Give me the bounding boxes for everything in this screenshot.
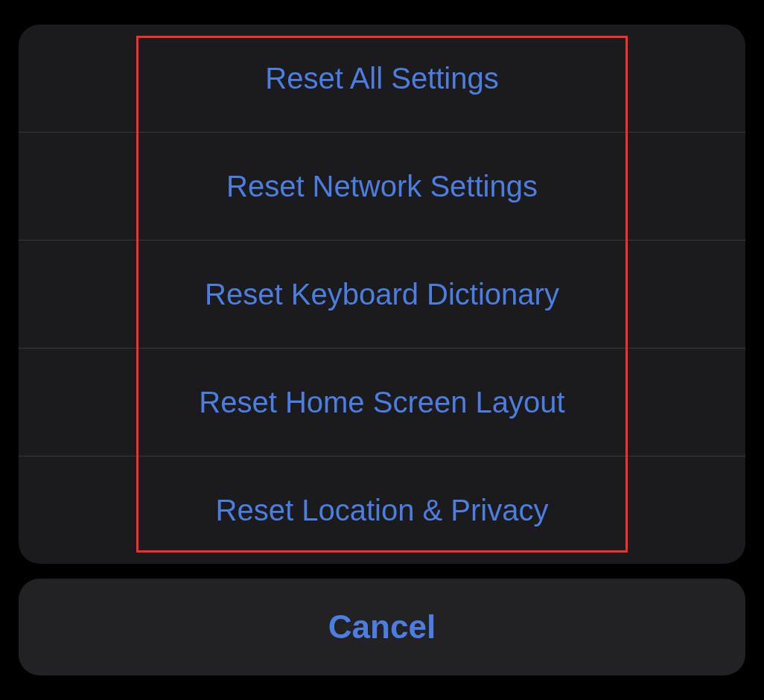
option-label: Reset Network Settings bbox=[226, 170, 538, 203]
option-label: Reset Home Screen Layout bbox=[199, 386, 564, 419]
cancel-panel: Cancel bbox=[19, 579, 745, 675]
option-label: Reset All Settings bbox=[265, 62, 499, 95]
option-label: Reset Location & Privacy bbox=[216, 494, 549, 527]
reset-keyboard-dictionary-button[interactable]: Reset Keyboard Dictionary bbox=[19, 241, 745, 348]
options-panel: Reset All Settings Reset Network Setting… bbox=[19, 25, 745, 564]
action-sheet: Reset All Settings Reset Network Setting… bbox=[19, 25, 745, 675]
cancel-button[interactable]: Cancel bbox=[19, 579, 745, 675]
reset-all-settings-button[interactable]: Reset All Settings bbox=[19, 25, 745, 132]
reset-home-screen-layout-button[interactable]: Reset Home Screen Layout bbox=[19, 349, 745, 456]
option-label: Reset Keyboard Dictionary bbox=[205, 278, 559, 311]
cancel-label: Cancel bbox=[328, 608, 436, 646]
reset-network-settings-button[interactable]: Reset Network Settings bbox=[19, 133, 745, 240]
reset-location-privacy-button[interactable]: Reset Location & Privacy bbox=[19, 456, 745, 564]
